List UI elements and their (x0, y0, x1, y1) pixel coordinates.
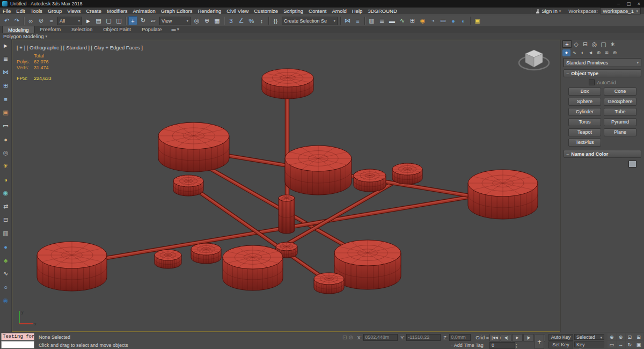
object-type-tube-button[interactable]: Tube (604, 108, 636, 116)
3dground-export-icon[interactable]: ▣ (473, 16, 482, 25)
swap-tool-icon[interactable]: ⇄ (1, 202, 11, 211)
menu-create[interactable]: Create (83, 8, 104, 14)
close-button[interactable]: × (634, 1, 644, 8)
spot-light-icon[interactable]: ◑ (1, 175, 11, 184)
object-type-textplus-button[interactable]: TextPlus (568, 139, 601, 147)
helpers-subtab-icon[interactable]: ⊕ (595, 49, 603, 56)
toggle-ribbon-icon[interactable]: ▬ (387, 16, 397, 25)
y-coordinate-field[interactable]: -11518,22 (406, 334, 441, 341)
bottom-small-disk-3[interactable] (314, 273, 344, 294)
toggle-layer-explorer-icon[interactable]: ≣ (377, 16, 386, 25)
isolate-selection-toggle-icon[interactable]: ⊡ (342, 335, 347, 340)
selection-lock-toggle-icon[interactable]: ⊘ (348, 335, 353, 340)
menu-3dground[interactable]: 3DGROUND (365, 8, 399, 14)
set-keys-button[interactable]: + (535, 334, 544, 349)
bottom-center-disk[interactable] (223, 245, 283, 290)
auto-key-button[interactable]: Auto Key (548, 334, 573, 341)
motion-tab-icon[interactable]: ◎ (590, 40, 599, 48)
play-button[interactable]: ▶ (512, 334, 523, 341)
menu-graph-editors[interactable]: Graph Editors (158, 8, 195, 14)
frame-number-field[interactable]: 0 (489, 342, 515, 349)
menu-modifiers[interactable]: Modifiers (104, 8, 130, 14)
object-type-plane-button[interactable]: Plane (604, 128, 636, 136)
ribbon-minimize-icon[interactable]: ▬ ▾ (171, 27, 179, 32)
frame-spinner[interactable]: ▴▾ (516, 343, 517, 348)
utilities-tab-icon[interactable]: ∗ (608, 40, 617, 48)
menu-content[interactable]: Content (306, 8, 329, 14)
array-tool-icon[interactable]: ⊞ (1, 81, 11, 90)
viewcube[interactable] (517, 46, 551, 76)
angle-snap-icon[interactable]: ∠ (237, 16, 246, 25)
menu-edit[interactable]: Edit (13, 8, 27, 14)
sign-in-button[interactable]: Sign In ▾ (531, 8, 565, 14)
snaps-toggle-3d-icon[interactable]: 3 (226, 16, 236, 25)
bottom-small-disk-2[interactable] (191, 243, 221, 264)
render-iterative-icon[interactable]: ◐ (459, 16, 468, 25)
rendered-frame-window-icon[interactable]: ▭ (438, 16, 448, 25)
object-type-torus-button[interactable]: Torus (568, 118, 601, 126)
right-disk[interactable] (468, 170, 538, 219)
bottom-small-disk-1[interactable] (155, 250, 181, 268)
modify-tab-icon[interactable]: ◇ (572, 40, 581, 48)
geometry-subtab-icon[interactable]: ● (562, 49, 570, 56)
ribbon-tab-populate[interactable]: Populate (136, 26, 167, 33)
next-frame-button[interactable]: |▶ (523, 334, 534, 341)
go-to-start-button[interactable]: |◀◀ (489, 334, 500, 341)
zoom-extents-all-icon[interactable]: ⊞ (634, 333, 643, 340)
create-tab-icon[interactable]: + (562, 40, 572, 48)
render-production-icon[interactable]: ● (449, 16, 458, 25)
select-and-manipulate-icon[interactable]: ⊕ (202, 16, 211, 25)
lower-right-disk[interactable] (334, 240, 401, 289)
mirror-icon[interactable]: ⋈ (343, 16, 352, 25)
listener-input-line[interactable] (1, 341, 34, 348)
macro-recorder-line[interactable]: Testing for (1, 333, 34, 340)
menu-civil-view[interactable]: Civil View (224, 8, 251, 14)
redo-icon[interactable]: ↷ (12, 16, 21, 25)
curve-editor-icon[interactable]: ∿ (398, 16, 407, 25)
menu-scripting[interactable]: Scripting (281, 8, 306, 14)
menu-animation[interactable]: Animation (130, 8, 158, 14)
teapot-create-icon[interactable]: ◉ (1, 188, 11, 198)
world-icon[interactable]: ● (1, 242, 11, 251)
menu-tools[interactable]: Tools (28, 8, 45, 14)
object-type-sphere-button[interactable]: Sphere (568, 98, 601, 106)
pan-icon[interactable]: ↔ (617, 341, 625, 348)
select-and-move-icon[interactable]: + (128, 16, 137, 25)
object-type-rollout-header[interactable]: − Object Type (564, 69, 641, 77)
foliage-create-icon[interactable]: ♣ (1, 256, 11, 265)
object-type-cone-button[interactable]: Cone (604, 88, 636, 96)
menu-views[interactable]: Views (64, 8, 83, 14)
select-and-scale-icon[interactable]: ▱ (149, 16, 158, 25)
ribbon-tab-modeling[interactable]: Modeling (2, 26, 35, 33)
primitive-category-dropdown[interactable]: Standard Primitives ▾ (564, 58, 641, 67)
selection-set-dropdown[interactable]: Selected ▾ (574, 334, 604, 340)
key-filters-button[interactable]: Key Filters... (574, 341, 604, 347)
camera-create-icon[interactable]: ▥ (1, 229, 11, 238)
menu-group[interactable]: Group (45, 8, 64, 14)
percent-snap-icon[interactable]: % (247, 16, 256, 25)
set-key-button[interactable]: Set Key (548, 341, 573, 348)
hierarchy-tab-icon[interactable]: ⊟ (581, 40, 590, 48)
menu-arnold[interactable]: Arnold (329, 8, 349, 14)
object-type-cylinder-button[interactable]: Cylinder (568, 108, 601, 116)
name-and-color-rollout-header[interactable]: − Name and Color (564, 150, 641, 158)
autogrid-toggle[interactable]: AutoGrid (565, 79, 640, 85)
mid-small-disk-1[interactable] (354, 169, 386, 192)
maximize-button[interactable]: ▢ (624, 1, 634, 8)
menu-rendering[interactable]: Rendering (195, 8, 224, 14)
top-disk[interactable] (262, 69, 313, 99)
add-time-tag[interactable]: ▫ Add Time Tag (451, 343, 484, 348)
sun-light-icon[interactable]: ☀ (1, 162, 11, 171)
select-and-link-icon[interactable]: ∞ (26, 16, 35, 25)
object-color-swatch[interactable] (628, 161, 636, 168)
lower-left-disk[interactable] (37, 242, 107, 291)
zoom-region-icon[interactable]: ▭ (608, 341, 616, 348)
keyboard-shortcut-override-icon[interactable]: ▦ (213, 16, 222, 25)
window-crossing-icon[interactable]: ◫ (114, 16, 123, 25)
object-type-pyramid-button[interactable]: Pyramid (604, 118, 636, 126)
previous-frame-button[interactable]: ◀| (501, 334, 511, 341)
mid-small-disk-2[interactable] (392, 163, 422, 184)
grid-helper-icon[interactable]: ⊟ (1, 215, 11, 224)
viewport-label-menu[interactable]: [ + ] [ Orthographic ] [ Standard ] [ Cl… (17, 45, 143, 50)
orbit-icon[interactable]: ↻ (626, 341, 634, 348)
